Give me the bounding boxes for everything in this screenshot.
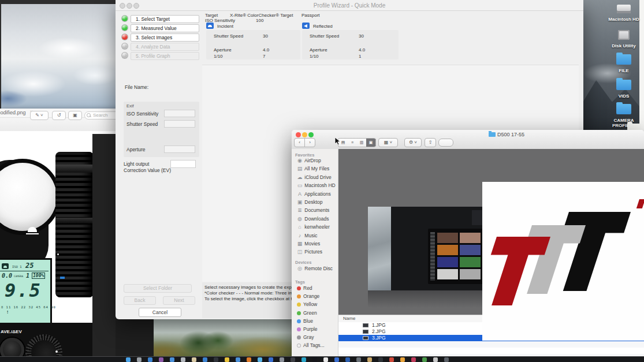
dock-app-icon[interactable] (214, 357, 218, 362)
dock-app-icon[interactable] (389, 357, 394, 362)
sidebar-item-macintosh-hd[interactable]: ▭ Macintosh HD (296, 182, 336, 189)
dock-app-icon[interactable] (323, 357, 328, 362)
dock-app-icon[interactable] (345, 357, 350, 362)
barrel-ring (55, 218, 94, 223)
sidebar-section-label: Devices (295, 260, 311, 265)
sidebar-tag-red[interactable]: Red (296, 285, 312, 292)
sidebar-item-applications[interactable]: A Applications (296, 191, 331, 198)
minimize-icon[interactable] (126, 3, 132, 9)
row-label: 1/10 (214, 54, 223, 59)
list-view-button[interactable]: ≡ (348, 139, 358, 147)
sidebar-tag-green[interactable]: Green (296, 309, 317, 317)
sidebar-item-pictures[interactable]: ◫ Pictures (296, 248, 322, 256)
dock-app-icon[interactable] (181, 357, 185, 362)
coverflow-view-button[interactable]: ▣ (366, 139, 376, 147)
exif-field-input[interactable] (164, 110, 195, 117)
dock-app-icon[interactable] (291, 357, 295, 362)
sidebar-item-documents[interactable]: ≣ Documents (296, 207, 329, 214)
close-icon[interactable] (296, 132, 301, 137)
step-label: 1. Select Target (131, 15, 199, 23)
row-value: 4.0 (263, 47, 269, 53)
sidebar-item-all-my-files[interactable]: ▤ All My Files (296, 165, 329, 173)
dock-app-icon[interactable] (378, 357, 383, 362)
action-gear-button[interactable]: ⚙ ˅ (404, 138, 422, 147)
wizard-step[interactable]: 3. Select Images (121, 33, 202, 42)
arrange-button[interactable]: ▦ ˅ (378, 138, 398, 147)
dock-app-icon[interactable] (203, 357, 207, 362)
toolbox-button[interactable]: ▣ (68, 111, 82, 120)
dock-app-icon[interactable] (148, 357, 152, 362)
sidebar-tag-blue[interactable]: Blue (296, 318, 313, 325)
dock[interactable] (0, 356, 644, 362)
dock-app-icon[interactable] (170, 357, 174, 362)
color-patch (437, 257, 458, 267)
dock-app-icon[interactable] (411, 357, 416, 362)
light-output-input[interactable] (170, 160, 196, 168)
markup-button[interactable]: ✎ ˅ (30, 111, 49, 120)
dock-app-icon[interactable] (280, 357, 284, 362)
share-button[interactable]: ⇧ (425, 138, 436, 147)
desktop-icon-vids[interactable]: VIDS (608, 80, 640, 99)
wizard-step[interactable]: 1. Select Target (121, 15, 202, 23)
wizard-step[interactable]: 2. Measured Value (121, 24, 202, 32)
sidebar-tag-purple[interactable]: Purple (296, 326, 318, 333)
file-name: 1.JPG (372, 322, 386, 329)
sidebar-item-icloud-drive[interactable]: ☁ iCloud Drive (296, 174, 332, 181)
dock-app-icon[interactable] (225, 357, 229, 362)
tag-color-icon (297, 327, 301, 331)
dock-app-icon[interactable] (367, 357, 372, 362)
column-view-button[interactable]: ▥ (357, 139, 367, 147)
dock-app-icon[interactable] (126, 357, 131, 362)
dock-app-icon[interactable] (356, 357, 361, 362)
sidebar-item-airdrop[interactable]: ◉ AirDrop (296, 157, 321, 165)
next-button[interactable]: Next (163, 296, 195, 305)
desktop-icon-disk-utility[interactable]: Disk Utility (608, 30, 640, 48)
sidebar-item-music[interactable]: ♪ Music (296, 232, 318, 240)
photo-dark-edge (92, 134, 118, 362)
sidebar-tag-gray[interactable]: Gray (296, 334, 314, 341)
desktop: Macintosh HDDisk UtilityFILEVIDSCAMERA P… (0, 0, 644, 362)
dock-app-icon[interactable] (247, 357, 251, 362)
sidebar-item-downloads[interactable]: ◍ Downloads (296, 215, 329, 223)
dock-app-icon[interactable] (422, 357, 427, 362)
wizard-step[interactable]: 4. Analyze Data (121, 43, 202, 51)
dock-app-icon[interactable] (433, 357, 438, 362)
back-button[interactable]: ‹ (294, 138, 305, 147)
dock-app-icon[interactable] (236, 357, 240, 362)
rotate-button[interactable]: ↺ (52, 111, 66, 120)
sidebar-item-remote-disc[interactable]: ◎ Remote Disc (296, 265, 333, 273)
exif-field-input[interactable] (164, 120, 195, 128)
back-button[interactable]: Back (124, 296, 156, 305)
select-folder-button[interactable]: Select Folder (124, 284, 192, 293)
desktop-icon-macintosh-hd[interactable]: Macintosh HD (608, 5, 640, 22)
zoom-icon[interactable] (133, 3, 139, 9)
dock-app-icon[interactable] (301, 357, 306, 362)
dock-app-icon[interactable] (400, 357, 405, 362)
close-icon[interactable] (120, 3, 125, 9)
dock-app-icon[interactable] (159, 357, 163, 362)
dock-app-icon[interactable] (192, 357, 196, 362)
cancel-button[interactable]: Cancel (139, 308, 181, 317)
exif-field-input[interactable] (164, 145, 195, 153)
dock-app-icon[interactable] (258, 357, 262, 362)
sidebar-item-desktop[interactable]: ▣ Desktop (296, 199, 323, 206)
sidebar-tag-all-tags-[interactable]: All Tags... (296, 342, 325, 349)
correction-value-label: Correction Value (EV) (124, 167, 171, 173)
desktop-icon-file[interactable]: FILE (608, 54, 640, 73)
tag-button[interactable] (438, 139, 453, 147)
dock-app-icon[interactable] (312, 357, 317, 362)
name-column-header[interactable]: Name (343, 315, 355, 322)
dock-app-icon[interactable] (137, 357, 142, 362)
sidebar-tag-orange[interactable]: Orange (296, 293, 319, 300)
dock-app-icon[interactable] (444, 357, 449, 362)
forward-button[interactable]: › (304, 138, 315, 147)
sidebar-item-movies[interactable]: ▦ Movies (296, 240, 320, 248)
dock-app-icon[interactable] (269, 357, 273, 362)
sidebar-tag-yellow[interactable]: Yellow (296, 301, 317, 308)
sidebar-item-kenwheeler[interactable]: ⌂ kenwheeler (296, 223, 330, 231)
dock-app-icon[interactable] (334, 357, 339, 362)
zoom-icon[interactable] (308, 132, 314, 137)
minimize-icon[interactable] (302, 132, 307, 137)
wizard-step[interactable]: 5. Profile Graph (121, 52, 202, 60)
step-status-icon (122, 25, 128, 31)
